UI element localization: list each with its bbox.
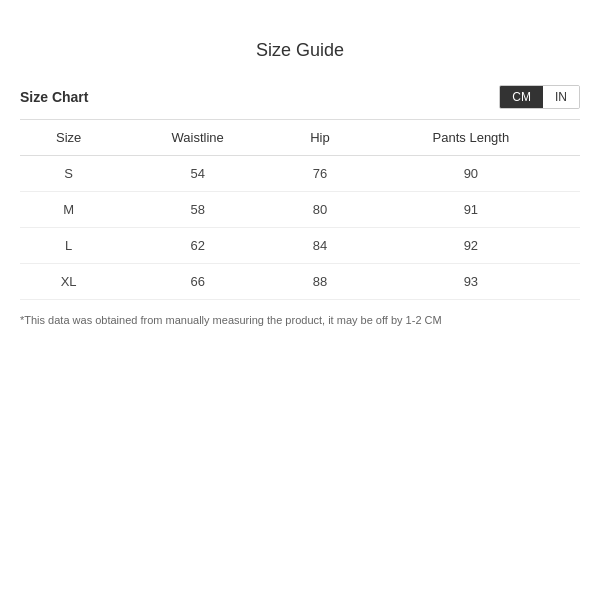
- table-row: M588091: [20, 192, 580, 228]
- chart-label: Size Chart: [20, 89, 88, 105]
- size-chart-container: Size Chart CM IN Size Waistline Hip Pant…: [20, 85, 580, 326]
- unit-toggle: CM IN: [499, 85, 580, 109]
- cell-hip: 88: [278, 264, 362, 300]
- cell-pants_length: 93: [362, 264, 580, 300]
- cell-hip: 76: [278, 156, 362, 192]
- table-row: L628492: [20, 228, 580, 264]
- chart-header: Size Chart CM IN: [20, 85, 580, 109]
- cell-pants_length: 90: [362, 156, 580, 192]
- size-table: Size Waistline Hip Pants Length S547690M…: [20, 119, 580, 300]
- unit-in-button[interactable]: IN: [543, 86, 579, 108]
- unit-cm-button[interactable]: CM: [500, 86, 543, 108]
- cell-size: M: [20, 192, 117, 228]
- cell-size: L: [20, 228, 117, 264]
- col-header-waistline: Waistline: [117, 120, 278, 156]
- cell-hip: 84: [278, 228, 362, 264]
- cell-waistline: 66: [117, 264, 278, 300]
- cell-pants_length: 91: [362, 192, 580, 228]
- table-header-row: Size Waistline Hip Pants Length: [20, 120, 580, 156]
- cell-size: S: [20, 156, 117, 192]
- footnote: *This data was obtained from manually me…: [20, 314, 580, 326]
- cell-waistline: 58: [117, 192, 278, 228]
- cell-waistline: 62: [117, 228, 278, 264]
- cell-hip: 80: [278, 192, 362, 228]
- cell-pants_length: 92: [362, 228, 580, 264]
- table-row: S547690: [20, 156, 580, 192]
- col-header-size: Size: [20, 120, 117, 156]
- cell-size: XL: [20, 264, 117, 300]
- table-row: XL668893: [20, 264, 580, 300]
- col-header-pants-length: Pants Length: [362, 120, 580, 156]
- cell-waistline: 54: [117, 156, 278, 192]
- page-title: Size Guide: [256, 40, 344, 61]
- col-header-hip: Hip: [278, 120, 362, 156]
